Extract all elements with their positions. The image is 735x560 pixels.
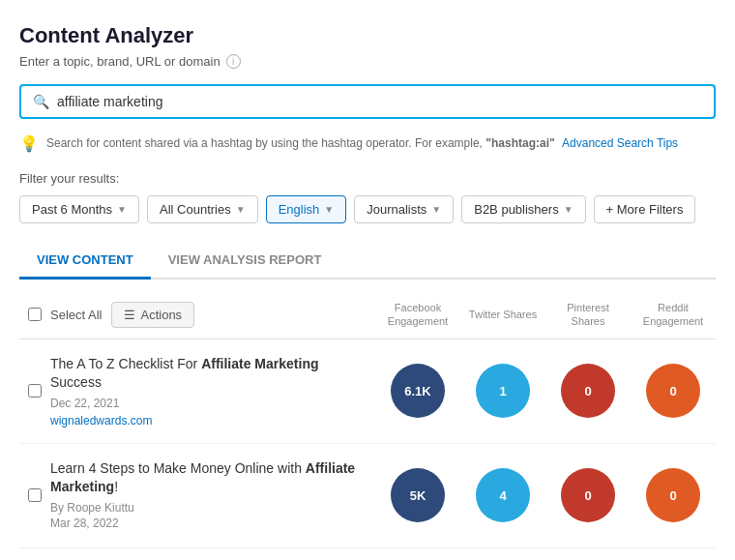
chevron-down-icon: ▼	[564, 204, 573, 215]
col-pinterest: PinterestShares	[545, 301, 631, 329]
col-facebook: FacebookEngagement	[375, 301, 460, 329]
facebook-bubble: 6.1K	[391, 364, 445, 418]
table-row: The A To Z Checklist For Affiliate Marke…	[19, 339, 716, 444]
result-metrics: 5K 4 0 0	[375, 468, 716, 522]
reddit-bubble: 0	[646, 468, 700, 522]
row-checkbox[interactable]	[28, 384, 42, 398]
info-icon[interactable]: i	[226, 54, 241, 69]
subtitle-text: Enter a topic, brand, URL or domain	[19, 54, 220, 69]
pinterest-bubble: 0	[561, 468, 615, 522]
tab-view-content[interactable]: VIEW CONTENT	[19, 243, 151, 280]
facebook-bubble: 5K	[391, 468, 445, 522]
row-checkbox-col	[19, 488, 50, 502]
search-icon: 🔍	[33, 94, 49, 109]
select-all-checkbox-col	[19, 308, 50, 321]
col-reddit: RedditEngagement	[631, 301, 716, 329]
result-metrics: 6.1K 1 0 0	[375, 364, 716, 418]
hint-row: 💡 Search for content shared via a hashta…	[19, 134, 716, 156]
actions-icon: ☰	[124, 308, 135, 322]
result-title: The A To Z Checklist For Affiliate Marke…	[50, 355, 364, 393]
hint-text: Search for content shared via a hashtag …	[46, 134, 678, 152]
filter-row: Past 6 Months ▼ All Countries ▼ English …	[19, 195, 716, 223]
twitter-bubble: 1	[476, 364, 530, 418]
advanced-search-link[interactable]: Advanced Search Tips	[562, 136, 678, 150]
filter-publishers[interactable]: B2B publishers ▼	[461, 195, 585, 223]
chevron-down-icon: ▼	[324, 204, 334, 215]
result-by: By Roope Kiuttu	[50, 501, 364, 515]
tab-view-analysis[interactable]: VIEW ANALYSIS REPORT	[151, 243, 339, 280]
filter-journalists[interactable]: Journalists ▼	[354, 195, 454, 223]
actions-button[interactable]: ☰ Actions	[111, 302, 194, 328]
result-date: Mar 28, 2022	[50, 516, 364, 530]
page-subtitle: Enter a topic, brand, URL or domain i	[19, 54, 716, 69]
filter-language[interactable]: English ▼	[266, 195, 347, 223]
search-box: 🔍	[19, 84, 716, 119]
chevron-down-icon: ▼	[431, 204, 441, 215]
row-checkbox[interactable]	[28, 488, 42, 502]
chevron-down-icon: ▼	[236, 204, 246, 215]
row-checkbox-col	[19, 384, 50, 398]
page-container: Content Analyzer Enter a topic, brand, U…	[0, 0, 735, 560]
select-all-label: Select All	[50, 308, 102, 322]
page-title: Content Analyzer	[19, 23, 716, 48]
select-all-checkbox[interactable]	[28, 308, 42, 321]
result-domain-link[interactable]: wignaledwards.com	[50, 414, 152, 427]
chevron-down-icon: ▼	[117, 204, 127, 215]
reddit-bubble: 0	[646, 364, 700, 418]
search-input[interactable]	[57, 94, 702, 109]
table-header: Select All ☰ Actions FacebookEngagement …	[19, 295, 716, 339]
result-content: The A To Z Checklist For Affiliate Marke…	[50, 355, 375, 427]
col-twitter: Twitter Shares	[460, 308, 545, 321]
result-date: Dec 22, 2021	[50, 397, 364, 410]
pinterest-bubble: 0	[561, 364, 615, 418]
result-title: Learn 4 Steps to Make Money Online with …	[50, 459, 364, 497]
twitter-bubble: 4	[476, 468, 530, 522]
filter-countries[interactable]: All Countries ▼	[147, 195, 258, 223]
filter-past-months[interactable]: Past 6 Months ▼	[19, 195, 139, 223]
more-filters-button[interactable]: + More Filters	[594, 195, 696, 223]
result-content: Learn 4 Steps to Make Money Online with …	[50, 459, 375, 532]
tabs-row: VIEW CONTENT VIEW ANALYSIS REPORT	[19, 243, 716, 280]
column-labels: FacebookEngagement Twitter Shares Pinter…	[375, 301, 716, 329]
bulb-icon: 💡	[19, 133, 39, 156]
table-row: Learn 4 Steps to Make Money Online with …	[19, 444, 716, 548]
filter-label: Filter your results:	[19, 171, 716, 186]
